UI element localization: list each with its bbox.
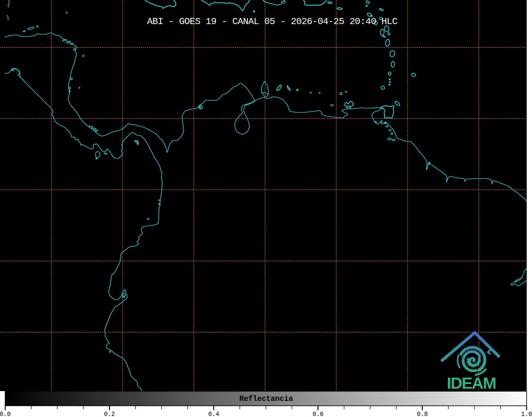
svg-text:IDEAM: IDEAM	[447, 374, 496, 392]
svg-text:0.6: 0.6	[312, 411, 323, 417]
svg-text:0.0: 0.0	[0, 411, 11, 417]
svg-text:0.2: 0.2	[104, 411, 115, 417]
svg-text:0.4: 0.4	[208, 411, 219, 417]
svg-text:Reflectancia: Reflectancia	[239, 395, 293, 403]
svg-text:0.8: 0.8	[417, 411, 428, 417]
svg-text:1.0: 1.0	[521, 411, 532, 417]
svg-text:ABI - GOES 19 - CANAL 05 - 202: ABI - GOES 19 - CANAL 05 - 2026-04-25 20…	[147, 16, 397, 27]
